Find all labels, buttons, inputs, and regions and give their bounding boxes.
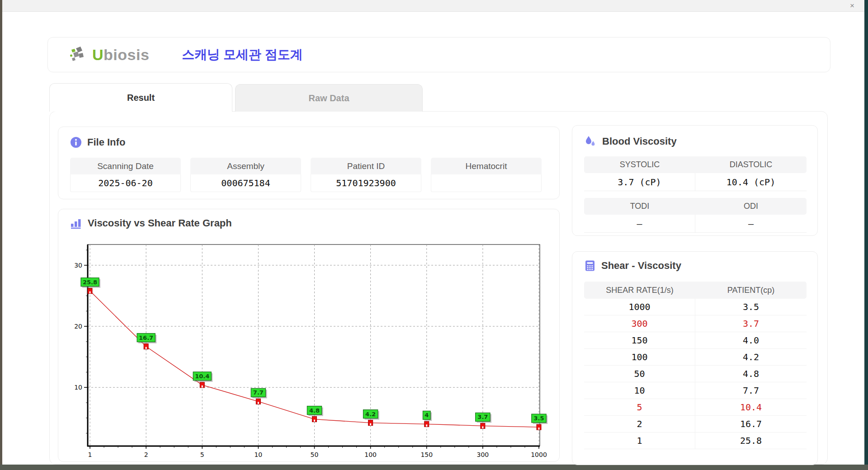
patient-cell: 4.0 [695,332,807,348]
shear-rate-cell: 50 [584,366,695,382]
svg-text:3.7: 3.7 [477,414,488,420]
svg-text:100: 100 [364,451,377,458]
file-info-title: File Info [87,136,125,148]
content-container: File Info Scanning Date 2025-06-20 Assem… [49,111,828,465]
window-titlebar: × [2,0,864,12]
field-value: 000675184 [190,174,301,192]
ubiosis-logo-icon [70,46,89,64]
svg-text:50: 50 [311,451,319,458]
svg-text:4.8: 4.8 [309,407,320,414]
patient-cell: 4.8 [695,366,807,382]
patient-cell: 16.7 [695,416,807,432]
blood-drop-icon [584,135,597,148]
desktop-edge-bottom [0,465,868,470]
viscosity-shear-plot: 1020301251050100150300100025.816.710.47.… [66,235,559,461]
table-row: 10003.5 [584,299,807,315]
patient-column-header: PATIENT(cp) [695,282,807,299]
info-icon [70,136,82,148]
shear-viscosity-card: Shear - Viscosity SHEAR RATE(1/s) PATIEN… [572,251,818,465]
svg-text:1000: 1000 [531,451,547,458]
svg-text:20: 20 [74,323,82,330]
logo-rest: biosis [104,46,149,63]
diastolic-header: DIASTOLIC [695,156,807,173]
shear-rate-cell: 5 [584,399,695,415]
blood-viscosity-title: Blood Viscosity [602,136,677,147]
tab-raw-data[interactable]: Raw Data [235,84,423,112]
patient-cell: 3.5 [695,299,807,315]
shear-rate-cell: 1 [584,432,695,449]
field-label: Patient ID [311,158,421,174]
shear-viscosity-table: SHEAR RATE(1/s) PATIENT(cp) 10003.53003.… [584,282,807,449]
systolic-header: SYSTOLIC [584,156,695,173]
svg-text:300: 300 [477,451,489,458]
svg-text:10: 10 [254,451,262,458]
svg-text:25.8: 25.8 [83,279,97,286]
table-row: 3003.7 [584,315,807,332]
field-label: Scanning Date [70,158,181,174]
blood-viscosity-card: Blood Viscosity SYSTOLIC DIASTOLIC 3.7 (… [572,125,818,236]
page-title: 스캐닝 모세관 점도계 [182,46,303,63]
desktop-edge-right [864,0,868,470]
close-icon[interactable]: × [850,1,854,11]
viscosity-chart: 1020301251050100150300100025.816.710.47.… [66,235,559,461]
odi-value: – [695,215,807,232]
svg-text:2: 2 [144,451,148,458]
svg-text:10.4: 10.4 [195,373,209,380]
field-value: 51701923900 [311,174,421,192]
svg-text:30: 30 [74,262,82,269]
svg-text:1: 1 [88,451,92,458]
todi-value: – [584,215,695,232]
shear-rate-cell: 150 [584,332,695,348]
diastolic-value: 10.4 (cP) [695,173,807,191]
patient-cell: 25.8 [695,432,807,449]
svg-text:150: 150 [420,451,433,458]
file-info-card: File Info Scanning Date 2025-06-20 Assem… [58,127,560,199]
shear-rate-cell: 100 [584,349,695,365]
shear-viscosity-title: Shear - Viscosity [601,260,681,272]
viscosity-graph-card: Viscosity vs Shear Rate Graph 1020301251… [58,209,560,462]
screen: × Ubiosis 스캐닝 모세관 점도계 [0,0,868,470]
shear-rate-column-header: SHEAR RATE(1/s) [584,282,695,299]
patient-cell: 7.7 [695,382,807,399]
shear-viscosity-rows: 10003.53003.71504.01004.2504.8107.7510.4… [584,299,807,449]
patient-cell: 4.2 [695,349,807,365]
bar-chart-icon [70,217,82,229]
table-row: 1504.0 [584,332,807,349]
svg-text:4: 4 [425,412,429,418]
graph-title: Viscosity vs Shear Rate Graph [88,217,232,229]
svg-text:16.7: 16.7 [139,334,153,341]
field-patient-id: Patient ID 51701923900 [311,158,421,192]
field-value: 2025-06-20 [70,174,181,192]
calculator-icon [584,260,596,272]
logo-text: Ubiosis [92,46,149,64]
tab-result[interactable]: Result [49,83,232,112]
shear-rate-cell: 2 [584,416,695,432]
field-label: Assembly [190,158,301,174]
field-value [431,174,542,192]
field-scanning-date: Scanning Date 2025-06-20 [70,158,181,192]
field-assembly: Assembly 000675184 [190,158,301,192]
table-row: 107.7 [584,382,807,399]
todi-odi-table: TODI ODI – – [584,198,807,233]
svg-text:10: 10 [74,384,82,391]
todi-header: TODI [584,198,695,215]
systolic-diastolic-table: SYSTOLIC DIASTOLIC 3.7 (cP) 10.4 (cP) [584,156,807,191]
field-label: Hematocrit [431,158,542,174]
table-row: 216.7 [584,416,807,432]
svg-text:5: 5 [200,451,204,458]
file-info-fields: Scanning Date 2025-06-20 Assembly 000675… [70,158,548,192]
table-row: 125.8 [584,432,807,449]
svg-text:7.7: 7.7 [253,389,264,396]
table-row: 504.8 [584,366,807,382]
shear-rate-cell: 300 [584,315,695,332]
field-hematocrit: Hematocrit [431,158,542,192]
systolic-value: 3.7 (cP) [584,173,695,191]
ubiosis-logo: Ubiosis [70,46,149,64]
svg-text:3.5: 3.5 [533,415,544,422]
odi-header: ODI [695,198,807,215]
shear-rate-cell: 10 [584,382,695,399]
shear-rate-cell: 1000 [584,299,695,315]
table-row: 510.4 [584,399,807,416]
logo-letter-u: U [92,46,104,63]
app-window: Ubiosis 스캐닝 모세관 점도계 Result Raw Data [2,12,864,465]
